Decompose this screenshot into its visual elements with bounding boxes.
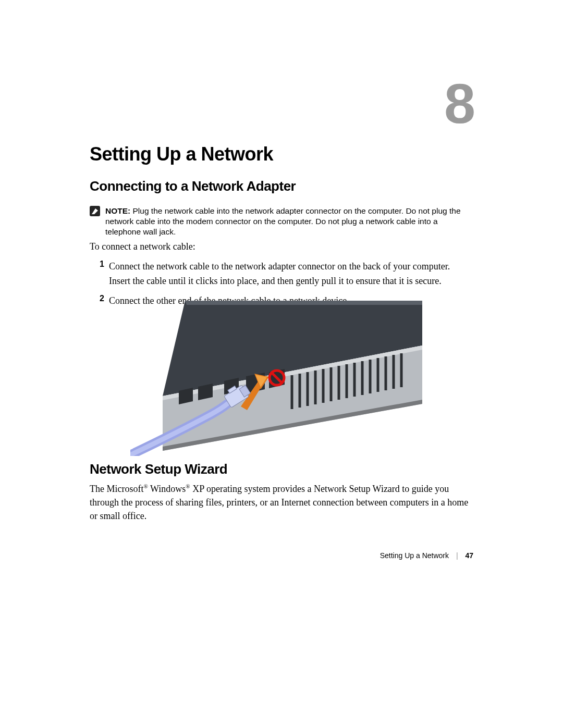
step-text: Connect the network cable to the network…: [109, 260, 473, 289]
note-body: Plug the network cable into the network …: [105, 206, 461, 236]
registered-symbol: ®: [143, 483, 148, 489]
footer-title: Setting Up a Network: [380, 551, 449, 560]
wizard-text-part: Windows: [148, 484, 186, 494]
note-text: NOTE: Plug the network cable into the ne…: [105, 206, 473, 237]
page-number: 47: [465, 551, 473, 560]
registered-symbol: ®: [186, 483, 190, 489]
list-item: 1 Connect the network cable to the netwo…: [90, 260, 473, 289]
wizard-paragraph: The Microsoft® Windows® XP operating sys…: [90, 482, 473, 523]
intro-text: To connect a network cable:: [90, 240, 473, 253]
note-block: NOTE: Plug the network cable into the ne…: [90, 206, 473, 237]
section-heading-wizard: Network Setup Wizard: [90, 461, 227, 477]
step-number: 1: [90, 260, 104, 269]
section-heading-connecting: Connecting to a Network Adapter: [90, 178, 296, 194]
page-footer: Setting Up a Network | 47: [380, 551, 473, 560]
wizard-text-part: The Microsoft: [90, 484, 143, 494]
chapter-number: 8: [444, 78, 473, 129]
note-label: NOTE:: [105, 206, 130, 215]
chapter-title: Setting Up a Network: [90, 143, 273, 165]
step-number: 2: [90, 294, 104, 303]
svg-marker-1: [185, 301, 422, 305]
footer-separator: |: [456, 551, 458, 560]
figure-network-cable: [130, 300, 433, 456]
note-icon: [90, 206, 100, 216]
